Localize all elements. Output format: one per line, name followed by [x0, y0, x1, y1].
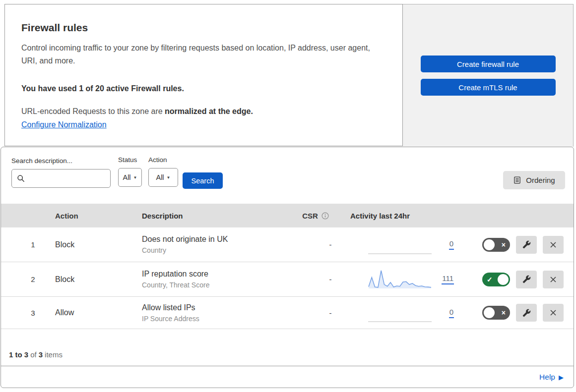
search-icon [17, 174, 25, 182]
help-bar: Help ▶ [1, 366, 574, 388]
edit-rule-button[interactable] [516, 236, 537, 254]
activity-count-link[interactable]: 0 [449, 308, 454, 318]
table-body: 1 Block Does not originate in UK Country… [1, 227, 574, 329]
ordering-button[interactable]: Ordering [503, 171, 565, 189]
rule-enabled-toggle[interactable]: × [482, 306, 510, 320]
rule-match-fields: IP Source Address [142, 315, 298, 323]
create-mtls-rule-button[interactable]: Create mTLS rule [421, 79, 556, 96]
normalization-bold-text: normalized at the edge. [165, 107, 253, 115]
rule-priority: 3 [1, 309, 55, 317]
activity-count-link[interactable]: 0 [449, 239, 454, 250]
configure-normalization-link[interactable]: Configure Normalization [21, 120, 107, 129]
of-label: of [30, 350, 37, 359]
edit-rule-button[interactable] [516, 271, 537, 288]
rule-csr: - [298, 240, 348, 249]
activity-sparkline [368, 268, 432, 291]
rule-match-fields: Country [142, 246, 298, 254]
help-link[interactable]: Help ▶ [539, 373, 564, 382]
rule-description-cell: Allow listed IPs IP Source Address [142, 303, 298, 323]
page-description: Control incoming traffic to your zone by… [21, 42, 374, 67]
rule-enabled-toggle[interactable]: ✓ [482, 273, 510, 286]
create-firewall-rule-button[interactable]: Create firewall rule [421, 56, 556, 72]
usage-summary: You have used 1 of 20 active Firewall ru… [21, 84, 383, 93]
table-header: Action Description CSR Activity last 24h… [1, 204, 574, 227]
rule-csr: - [298, 309, 348, 317]
delete-rule-button[interactable] [543, 271, 564, 288]
status-selected-value: All [123, 173, 130, 181]
rule-controls: ✓ [460, 271, 574, 288]
arrow-right-icon: ▶ [559, 374, 564, 381]
rule-match-fields: Country, Threat Score [142, 281, 298, 289]
rule-description[interactable]: IP reputation score [142, 270, 298, 279]
rule-activity-cell: 111 [348, 268, 460, 291]
table-row: 3 Allow Allow listed IPs IP Source Addre… [1, 297, 574, 329]
search-label: Search description... [11, 157, 111, 165]
rule-description[interactable]: Does not originate in UK [142, 235, 298, 244]
range-label: 1 to 3 [9, 350, 28, 359]
rule-activity-cell: 0 [348, 301, 460, 324]
rule-priority: 2 [1, 275, 55, 283]
normalization-text: URL-encoded Requests to this zone are [21, 107, 165, 115]
chevron-down-icon: ▼ [167, 175, 171, 180]
delete-rule-button[interactable] [543, 236, 564, 254]
search-filter: Search description... [11, 157, 111, 188]
pagination-summary: 1 to 3 of 3 items [1, 329, 574, 366]
toggle-knob [498, 274, 509, 285]
rule-description[interactable]: Allow listed IPs [142, 303, 298, 312]
toggle-state-icon: × [502, 309, 506, 316]
action-label: Action [148, 156, 178, 164]
items-label: items [45, 350, 63, 359]
search-input[interactable] [29, 174, 105, 182]
close-icon [549, 241, 557, 249]
rule-activity-cell: 0 [348, 233, 460, 256]
search-button[interactable]: Search [183, 172, 223, 189]
page-title: Firewall rules [21, 22, 383, 34]
ordering-list-icon [513, 176, 521, 184]
rule-description-cell: Does not originate in UK Country [142, 235, 298, 254]
toggle-knob [484, 239, 495, 250]
help-link-label: Help [539, 373, 555, 382]
toggle-state-icon: ✓ [487, 276, 493, 283]
status-filter: Status All ▼ [118, 156, 142, 187]
rule-controls: × [460, 304, 574, 322]
rule-action: Block [55, 275, 142, 284]
wrench-icon [522, 275, 531, 283]
ordering-button-label: Ordering [526, 176, 555, 184]
toggle-state-icon: × [502, 241, 506, 248]
search-box[interactable] [11, 169, 111, 188]
activity-sparkline [368, 301, 432, 324]
header-action: Action [55, 212, 142, 220]
header-csr-label: CSR [302, 212, 318, 220]
cta-panel: Create firewall rule Create mTLS rule [403, 4, 574, 147]
action-filter: Action All ▼ [148, 156, 178, 187]
info-icon[interactable] [321, 212, 329, 220]
header-description: Description [142, 212, 298, 220]
activity-sparkline [368, 233, 432, 256]
delete-rule-button[interactable] [543, 304, 564, 322]
intro-card: Firewall rules Control incoming traffic … [4, 4, 403, 146]
close-icon [549, 276, 557, 283]
rule-controls: × [460, 236, 574, 254]
wrench-icon [522, 309, 531, 317]
activity-count-link[interactable]: 111 [442, 274, 454, 284]
close-icon [549, 309, 557, 317]
edit-rule-button[interactable] [516, 304, 537, 322]
status-select[interactable]: All ▼ [118, 168, 142, 187]
table-row: 1 Block Does not originate in UK Country… [1, 227, 574, 262]
action-select[interactable]: All ▼ [148, 168, 178, 187]
wrench-icon [522, 240, 531, 249]
toggle-knob [484, 307, 495, 318]
normalization-note: URL-encoded Requests to this zone are no… [21, 107, 383, 116]
table-row: 2 Block IP reputation score Country, Thr… [1, 262, 574, 297]
action-selected-value: All [156, 173, 164, 181]
rule-description-cell: IP reputation score Country, Threat Scor… [142, 270, 298, 289]
rule-action: Allow [55, 308, 142, 317]
rule-priority: 1 [1, 240, 55, 249]
status-label: Status [118, 156, 142, 164]
chevron-down-icon: ▼ [133, 175, 137, 180]
rule-enabled-toggle[interactable]: × [482, 238, 510, 252]
total-label: 3 [39, 350, 43, 359]
rule-action: Block [55, 240, 142, 249]
header-activity: Activity last 24hr [348, 212, 460, 220]
header-csr: CSR [298, 212, 348, 220]
